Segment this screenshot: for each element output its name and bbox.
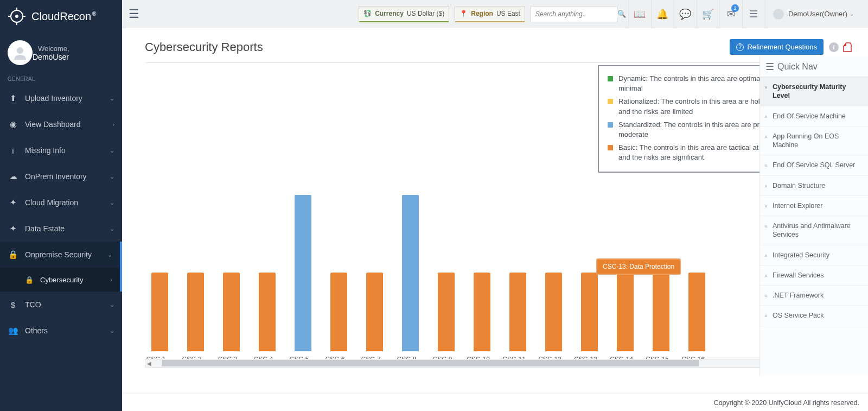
bar-column[interactable]: CSC-16 [688,273,705,351]
bar-column[interactable]: CSC-15 [653,273,669,351]
bar[interactable] [438,273,455,351]
bar[interactable] [688,273,705,351]
sidebar-item-view-dashboard[interactable]: ◉View Dashboard› [0,111,122,137]
quicknav-item[interactable]: ».NET Framework [760,286,868,306]
bar-column[interactable]: CSC-11 [509,273,526,351]
bar[interactable] [223,273,240,351]
quick-nav-panel: ☰Quick Nav »Cybersecurity Maturity Level… [760,56,868,376]
bar[interactable] [581,273,598,351]
quicknav-item[interactable]: »End Of Service SQL Server [760,155,868,175]
sidebar-item-label: Upload Inventory [25,94,82,103]
scroll-left-icon[interactable]: ◀ [145,359,153,367]
bar-column[interactable]: CSC-2 [187,273,204,351]
quicknav-item[interactable]: »Integrated Security [760,245,868,265]
bar[interactable] [509,273,526,351]
refinement-questions-button[interactable]: ?Refinement Questions [730,39,824,55]
quicknav-label: Antivirus and Antimalware Services [773,222,863,239]
bar-column[interactable]: CSC-5 [295,195,311,351]
sidebar-item-onprem-inventory[interactable]: ☁OnPrem Inventory⌄ [0,163,122,189]
user-menu[interactable]: DemoUser(Owner) ⌄ [765,0,861,28]
menu-icon[interactable]: ☰ [742,0,765,28]
bar[interactable] [617,273,634,351]
bar[interactable] [366,273,383,351]
double-chevron-icon: » [764,312,770,319]
currency-selector[interactable]: 💱 Currency US Dollar ($) [359,6,449,22]
sidebar-item-label: TCO [25,300,41,309]
quicknav-item[interactable]: »App Running On EOS Machine [760,127,868,156]
quicknav-item[interactable]: »End Of Service Machine [760,106,868,127]
sidebar-item-tco[interactable]: $TCO⌄ [0,292,122,318]
quicknav-item[interactable]: »Cybersecurity Maturity Level [760,77,868,106]
brand-logo[interactable]: CloudRecon® [0,0,122,33]
pdf-export-icon[interactable] [843,42,853,52]
chevron-down-icon: ⌄ [110,95,114,102]
profile-block[interactable]: Welcome, DemoUser [0,33,122,73]
bar[interactable] [545,273,562,351]
bar-column[interactable]: CSC-7 [366,273,383,351]
quicknav-item[interactable]: »Antivirus and Antimalware Services [760,216,868,245]
search-input[interactable] [535,10,617,18]
compass-icon: ✦ [8,198,18,207]
chevron-down-icon: ⌄ [110,301,114,308]
double-chevron-icon: » [764,84,770,91]
sidebar-item-others[interactable]: 👥Others⌄ [0,318,122,344]
chart-container: CSC-1CSC-2CSC-3CSC-4CSC-5CSC-6CSC-7CSC-8… [145,63,853,394]
quicknav-item[interactable]: »OS Service Pack [760,306,868,326]
bar-column[interactable]: CSC-13 [581,273,598,351]
brand-icon [8,7,26,26]
sidebar-item-missing-info[interactable]: iMissing Info⌄ [0,137,122,163]
quicknav-item[interactable]: »Firewall Services [760,265,868,286]
sidebar-item-onpremise-security[interactable]: 🔒Onpremise Security⌄ [0,242,122,268]
sidebar-item-data-estate[interactable]: ✦Data Estate⌄ [0,216,122,242]
bar-column[interactable]: CSC-4 [259,273,276,351]
bar[interactable] [474,273,490,351]
help-info-icon[interactable]: i [829,42,839,52]
quicknav-item[interactable]: »Internet Explorer [760,196,868,216]
sidebar-item-label: Cybersecurity [40,276,83,284]
chevron-right-icon: › [110,276,112,283]
quicknav-label: End Of Service Machine [773,112,846,121]
bar-column[interactable]: CSC-12 [545,273,562,351]
chevron-down-icon: ⌄ [110,225,114,232]
double-chevron-icon: » [764,252,770,259]
profile-username: DemoUser [33,53,69,61]
book-icon[interactable]: 📖 [628,0,651,28]
scroll-thumb[interactable] [162,360,699,366]
bar[interactable] [653,273,669,351]
bar[interactable] [187,273,204,351]
chat-icon[interactable]: 💬 [674,0,697,28]
chart-scrollbar[interactable]: ◀ ▶ [145,359,853,368]
cart-icon[interactable]: 🛒 [697,0,719,28]
bar-column[interactable]: CSC-1 [151,273,168,351]
bar[interactable] [295,195,311,351]
bar[interactable] [330,273,347,351]
sidebar-subitem-cybersecurity[interactable]: 🔒Cybersecurity› [0,268,122,292]
quicknav-label: Domain Structure [773,181,825,190]
page-title: Cybersecurity Reports [145,40,730,54]
bar-column[interactable]: CSC-8 [402,195,419,351]
lock-icon: 🔒 [24,276,35,284]
sidebar-item-cloud-migration[interactable]: ✦Cloud Migration⌄ [0,189,122,216]
bell-icon[interactable]: 🔔 [651,0,674,28]
quicknav-item[interactable]: »Domain Structure [760,176,868,196]
bar[interactable] [151,273,168,351]
double-chevron-icon: » [764,292,770,299]
search-box[interactable]: 🔍 [531,6,617,22]
bar[interactable] [259,273,276,351]
double-chevron-icon: » [764,162,770,169]
bar-column[interactable]: CSC-9 [438,273,455,351]
chevron-down-icon: ⌄ [110,199,114,206]
mail-icon[interactable]: ✉2 [719,0,742,28]
bar-column[interactable]: CSC-3 [223,273,240,351]
question-icon: ? [736,43,744,51]
menu-toggle-icon[interactable]: ☰ [129,7,139,21]
bar-column[interactable]: CSC-10 [474,273,490,351]
bar[interactable] [402,195,419,351]
bar-column[interactable]: CSC-6 [330,273,347,351]
bar-column[interactable]: CSC-14 [617,273,634,351]
quicknav-label: App Running On EOS Machine [773,132,863,150]
search-icon[interactable]: 🔍 [617,10,626,18]
sidebar-item-upload-inventory[interactable]: ⬆Upload Inventory⌄ [0,85,122,111]
sidebar-item-label: View Dashboard [25,120,80,129]
region-selector[interactable]: 📍 Region US East [455,6,525,22]
